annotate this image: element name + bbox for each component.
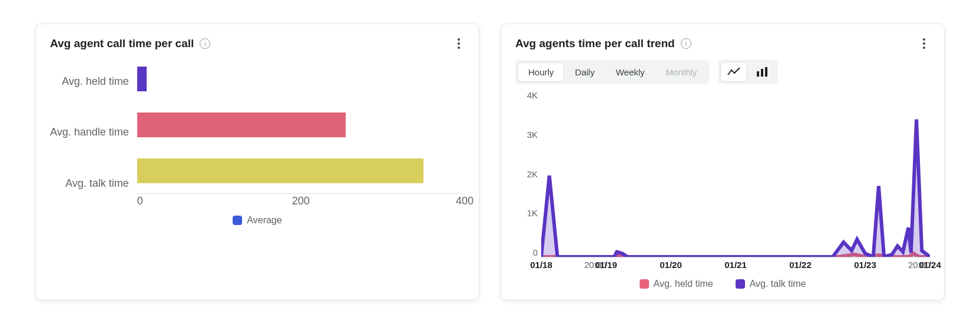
x-tick: 0: [137, 195, 143, 207]
legend-swatch: [233, 216, 242, 225]
line-chart: 4K3K2K1K0 01/1820:0001/1901/2001/2101/22…: [515, 90, 930, 289]
bar-category-label: Avg. held time: [50, 75, 129, 88]
bar-chart-legend: Average: [50, 215, 465, 226]
card-title: Avg agents time per call trend: [515, 37, 675, 50]
card-avg-agent-call-time: Avg agent call time per call i Avg. held…: [35, 24, 479, 300]
svg-rect-2: [765, 67, 767, 77]
info-icon[interactable]: i: [681, 38, 691, 49]
tab-daily[interactable]: Daily: [564, 62, 605, 82]
y-tick: 1K: [527, 208, 538, 218]
legend-label: Average: [247, 215, 282, 226]
card-header: Avg agents time per call trend i: [515, 37, 930, 50]
info-icon[interactable]: i: [200, 38, 210, 49]
bar-category-label: Avg. talk time: [50, 177, 129, 190]
tab-weekly[interactable]: Weekly: [605, 62, 655, 82]
card-avg-agents-time-trend: Avg agents time per call trend i Hourly …: [501, 24, 945, 300]
x-tick: 200: [292, 195, 310, 207]
bar-chart-icon[interactable]: [749, 62, 776, 82]
tab-hourly[interactable]: Hourly: [518, 62, 564, 82]
y-tick: 3K: [527, 130, 538, 140]
line-chart-legend: Avg. held time Avg. talk time: [515, 279, 930, 289]
kebab-menu-icon[interactable]: [453, 38, 465, 49]
bar-category-label: Avg. handle time: [50, 126, 129, 138]
legend-label-talk: Avg. talk time: [750, 279, 806, 289]
x-tick: 01/19: [595, 260, 617, 270]
kebab-menu-icon[interactable]: [918, 38, 930, 49]
card-header: Avg agent call time per call i: [50, 37, 465, 50]
legend-swatch-held: [640, 279, 649, 289]
x-tick: 01/18: [530, 260, 552, 270]
y-tick: 4K: [527, 90, 538, 100]
x-tick: 01/22: [789, 260, 812, 270]
legend-swatch-talk: [736, 279, 745, 289]
x-tick: 01/23: [854, 260, 876, 270]
x-tick: 400: [456, 195, 474, 207]
x-tick: 01/21: [724, 260, 747, 270]
svg-rect-1: [761, 69, 763, 77]
line-chart-icon[interactable]: [720, 62, 747, 82]
tab-monthly: Monthly: [655, 62, 708, 82]
trend-toolbar: Hourly Daily Weekly Monthly: [515, 59, 930, 84]
bar: [137, 67, 147, 91]
y-tick: 0: [533, 247, 538, 257]
legend-label-held: Avg. held time: [654, 279, 713, 289]
bar: [137, 158, 424, 183]
svg-rect-0: [757, 71, 759, 77]
x-tick: 01/20: [660, 260, 682, 270]
granularity-segmented: Hourly Daily Weekly Monthly: [515, 60, 710, 84]
x-tick: 01/24: [919, 260, 941, 270]
bar: [137, 113, 346, 137]
y-tick: 2K: [527, 169, 538, 179]
chart-type-segmented: [718, 59, 778, 84]
bar-chart: Avg. held timeAvg. handle timeAvg. talk …: [50, 56, 465, 289]
card-title: Avg agent call time per call: [50, 37, 194, 50]
svg-marker-4: [541, 120, 930, 257]
